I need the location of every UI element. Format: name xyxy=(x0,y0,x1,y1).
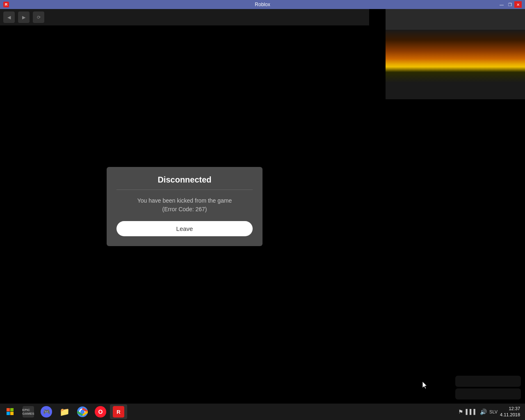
notification-2: ⠀⠀⠀⠀⠀⠀⠀⠀⠀⠀ xyxy=(455,388,521,399)
roblox-taskbar-icon: R xyxy=(116,409,120,415)
windows-logo-icon xyxy=(7,408,14,415)
taskbar-right: ⚑ ▌▌▌ 🔊 SLV 12:37 4.11.2018 xyxy=(458,406,523,418)
taskbar-file-explorer[interactable]: 📁 xyxy=(56,404,73,419)
svg-point-7 xyxy=(80,410,84,414)
modal-message-line2: (Error Code: 267) xyxy=(116,205,253,214)
clock-time: 12:37 xyxy=(500,406,520,412)
modal-message-line1: You have been kicked from the game xyxy=(116,196,253,205)
right-panel-top xyxy=(386,9,525,30)
svg-rect-1 xyxy=(10,408,14,411)
right-panel-image xyxy=(386,30,525,83)
disconnected-modal: Disconnected You have been kicked from t… xyxy=(107,167,262,246)
signal-icon: ▌▌▌ xyxy=(466,409,478,415)
title-bar: R Roblox — ❐ ✕ xyxy=(0,0,525,9)
taskbar-roblox[interactable]: R xyxy=(110,404,127,419)
taskbar-chrome[interactable] xyxy=(74,404,91,419)
clock[interactable]: 12:37 4.11.2018 xyxy=(500,406,520,418)
modal-title: Disconnected xyxy=(116,175,253,185)
taskbar-epic-games[interactable]: EPICGAMES xyxy=(20,404,37,419)
right-panel xyxy=(386,9,525,99)
start-button[interactable] xyxy=(2,404,19,419)
taskbar-opera[interactable]: O xyxy=(92,404,109,419)
file-explorer-icon: 📁 xyxy=(59,407,70,417)
restore-button[interactable]: ❐ xyxy=(506,1,514,8)
modal-message: You have been kicked from the game (Erro… xyxy=(116,196,253,214)
taskbar-discord[interactable]: 🎮 xyxy=(38,404,55,419)
roblox-icon: R xyxy=(3,2,9,7)
window-title: Roblox xyxy=(255,2,270,7)
leave-button[interactable]: Leave xyxy=(116,221,253,236)
window-controls: — ❐ ✕ xyxy=(498,1,522,8)
mouse-cursor xyxy=(422,381,428,390)
taskbar: EPICGAMES 🎮 📁 O R xyxy=(0,404,525,420)
notification-1: ⠀⠀⠀⠀⠀⠀⠀⠀⠀⠀ xyxy=(455,376,521,387)
notifications-area: ⠀⠀⠀⠀⠀⠀⠀⠀⠀⠀ ⠀⠀⠀⠀⠀⠀⠀⠀⠀⠀ xyxy=(455,376,521,399)
volume-icon[interactable]: 🔊 xyxy=(480,409,487,415)
clock-date: 4.11.2018 xyxy=(500,412,520,418)
svg-rect-0 xyxy=(7,408,10,411)
discord-icon: 🎮 xyxy=(43,409,50,415)
opera-icon: O xyxy=(98,409,103,415)
right-panel-bottom xyxy=(386,83,525,99)
notification-flag-icon[interactable]: ⚑ xyxy=(458,409,463,415)
chrome-icon xyxy=(77,406,88,417)
title-bar-left: R xyxy=(3,2,9,7)
epic-games-label: EPICGAMES xyxy=(22,408,34,415)
close-button[interactable]: ✕ xyxy=(514,1,522,8)
svg-rect-2 xyxy=(7,412,10,415)
language-indicator[interactable]: SLV xyxy=(489,409,498,414)
system-tray: ⚑ ▌▌▌ 🔊 xyxy=(458,409,487,415)
modal-divider xyxy=(116,189,253,190)
svg-rect-3 xyxy=(10,412,14,415)
minimize-button[interactable]: — xyxy=(498,1,505,8)
modal-overlay: Disconnected You have been kicked from t… xyxy=(0,9,369,404)
